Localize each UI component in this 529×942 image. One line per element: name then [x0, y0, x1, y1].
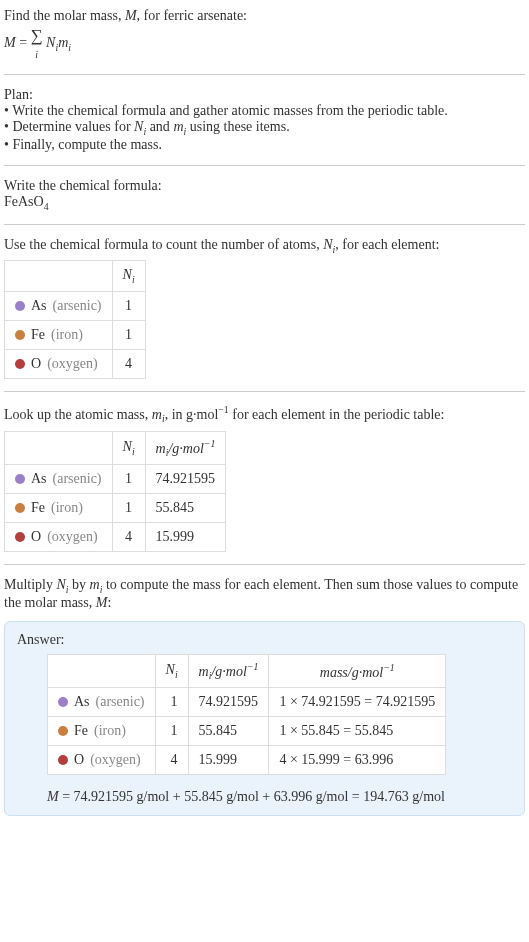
element-symbol: Fe	[31, 500, 45, 516]
element-cell: As (arsenic)	[5, 292, 113, 321]
m-value: 55.845	[145, 494, 226, 523]
table-row: O (oxygen) 4 15.999	[5, 523, 226, 552]
count-section: Use the chemical formula to count the nu…	[4, 233, 525, 384]
multiply-section: Multiply Ni by mi to compute the mass fo…	[4, 573, 525, 615]
col-m-header: mi/g·mol−1	[145, 431, 226, 464]
n-value: 4	[155, 746, 188, 775]
m-value: 74.921595	[145, 465, 226, 494]
count-text: Use the chemical formula to count the nu…	[4, 237, 525, 255]
final-answer: M = 74.921595 g/mol + 55.845 g/mol + 63.…	[47, 789, 512, 805]
col-n-header: Ni	[155, 654, 188, 687]
mass-text: Look up the atomic mass, mi, in g·mol−1 …	[4, 404, 525, 424]
table-row: O (oxygen) 4	[5, 350, 146, 379]
element-dot-icon	[15, 503, 25, 513]
element-cell: O (oxygen)	[5, 350, 113, 379]
eq-sigma-i: i	[35, 49, 38, 60]
eq-m: m	[58, 35, 68, 50]
element-name: (iron)	[51, 327, 83, 343]
count-post: , for each element:	[335, 237, 439, 252]
element-dot-icon	[15, 532, 25, 542]
element-symbol: O	[31, 529, 41, 545]
element-name: (iron)	[94, 723, 126, 739]
mass-section: Look up the atomic mass, mi, in g·mol−1 …	[4, 400, 525, 556]
element-symbol: As	[31, 471, 47, 487]
mass-m: m	[152, 407, 162, 422]
plan-bullet-2: • Determine values for Ni and mi using t…	[4, 119, 525, 137]
count-table: Ni As (arsenic) 1 Fe (iron) 1 O (oxygen)…	[4, 260, 146, 379]
n-value: 1	[112, 292, 145, 321]
element-cell: Fe (iron)	[5, 494, 113, 523]
element-cell: O (oxygen)	[48, 746, 156, 775]
plan-bullet-3: • Finally, compute the mass.	[4, 137, 525, 153]
intro-text-pre: Find the molar mass,	[4, 8, 125, 23]
eq-sigma: ∑	[31, 26, 43, 45]
eq-m-sub: i	[68, 42, 71, 53]
calc-value: 1 × 55.845 = 55.845	[269, 717, 446, 746]
intro-title: Find the molar mass, M, for ferric arsen…	[4, 8, 525, 24]
n-value: 1	[112, 321, 145, 350]
eq-M: M	[4, 35, 16, 50]
table-row: Fe (iron) 1 55.845	[5, 494, 226, 523]
formula-main: FeAsO	[4, 194, 44, 209]
element-name: (arsenic)	[53, 471, 102, 487]
table-row: As (arsenic) 1	[5, 292, 146, 321]
element-symbol: Fe	[31, 327, 45, 343]
eq-equals: =	[16, 35, 31, 50]
intro-text-post: , for ferric arsenate:	[137, 8, 247, 23]
plan-bullet-1: • Write the chemical formula and gather …	[4, 103, 525, 119]
multiply-by: by	[69, 577, 90, 592]
answer-heading: Answer:	[17, 632, 512, 648]
element-name: (oxygen)	[47, 529, 98, 545]
chemical-formula: FeAsO4	[4, 194, 525, 212]
element-dot-icon	[58, 755, 68, 765]
divider	[4, 391, 525, 392]
formula-sub: 4	[44, 201, 49, 212]
count-N: N	[323, 237, 332, 252]
intro-equation: M = ∑i Nimi	[4, 26, 525, 62]
plan-b2-mid: and	[146, 119, 173, 134]
element-name: (arsenic)	[96, 694, 145, 710]
eq-N: N	[46, 35, 55, 50]
multiply-N: N	[57, 577, 66, 592]
final-eq: = 74.921595 g/mol + 55.845 g/mol + 63.99…	[59, 789, 445, 804]
col-n-header: Ni	[112, 261, 145, 292]
formula-heading: Write the chemical formula:	[4, 178, 525, 194]
col-n-header: Ni	[112, 431, 145, 464]
element-symbol: O	[74, 752, 84, 768]
divider	[4, 564, 525, 565]
table-header-row: Ni	[5, 261, 146, 292]
plan-section: Plan: • Write the chemical formula and g…	[4, 83, 525, 157]
table-row: O (oxygen) 4 15.999 4 × 15.999 = 63.996	[48, 746, 446, 775]
answer-table: Ni mi/g·mol−1 mass/g·mol−1 As (arsenic) …	[47, 654, 446, 775]
table-row: Fe (iron) 1 55.845 1 × 55.845 = 55.845	[48, 717, 446, 746]
table-row: As (arsenic) 1 74.921595 1 × 74.921595 =…	[48, 688, 446, 717]
m-value: 15.999	[188, 746, 269, 775]
empty-header	[5, 261, 113, 292]
element-symbol: Fe	[74, 723, 88, 739]
table-row: Fe (iron) 1	[5, 321, 146, 350]
table-header-row: Ni mi/g·mol−1 mass/g·mol−1	[48, 654, 446, 687]
plan-b2-m: m	[173, 119, 183, 134]
m-value: 55.845	[188, 717, 269, 746]
m-value: 15.999	[145, 523, 226, 552]
element-cell: Fe (iron)	[48, 717, 156, 746]
table-row: As (arsenic) 1 74.921595	[5, 465, 226, 494]
plan-b2-post: using these items.	[186, 119, 289, 134]
element-name: (oxygen)	[90, 752, 141, 768]
table-header-row: Ni mi/g·mol−1	[5, 431, 226, 464]
divider	[4, 74, 525, 75]
plan-b2-pre: • Determine values for	[4, 119, 134, 134]
element-name: (arsenic)	[53, 298, 102, 314]
element-dot-icon	[15, 301, 25, 311]
multiply-m: m	[90, 577, 100, 592]
col-mass-header: mass/g·mol−1	[269, 654, 446, 687]
multiply-M: M	[96, 595, 108, 610]
element-dot-icon	[15, 330, 25, 340]
divider	[4, 165, 525, 166]
element-dot-icon	[15, 474, 25, 484]
final-M: M	[47, 789, 59, 804]
element-cell: Fe (iron)	[5, 321, 113, 350]
element-symbol: As	[74, 694, 90, 710]
mass-pre: Look up the atomic mass,	[4, 407, 152, 422]
element-cell: As (arsenic)	[5, 465, 113, 494]
